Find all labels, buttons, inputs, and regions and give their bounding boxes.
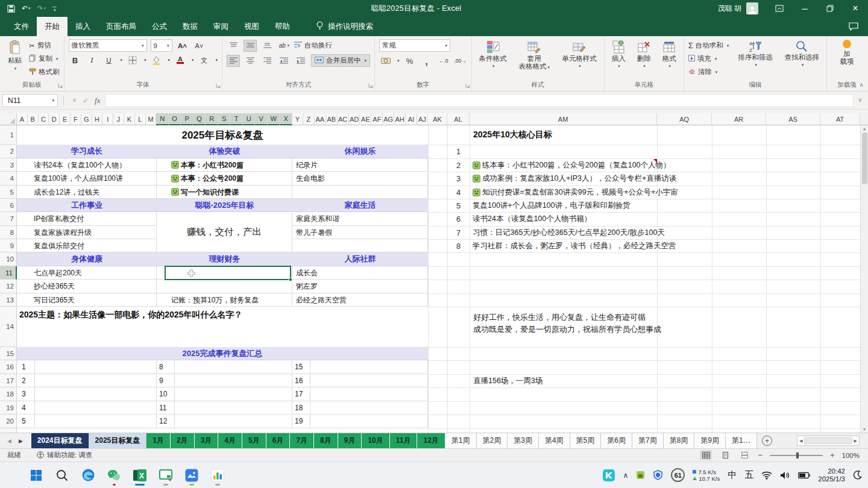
summary-empty-cell[interactable]	[175, 374, 292, 387]
merge-center-button[interactable]: 合并后居中▾	[311, 54, 370, 67]
sheet-tab-5[interactable]: 4月	[218, 433, 242, 448]
row-header-7[interactable]: 7	[0, 212, 17, 226]
sheet-tab-6[interactable]: 5月	[242, 433, 266, 448]
cancel-icon[interactable]: ×	[72, 96, 77, 105]
cell[interactable]: 复盘俱乐部交付	[17, 239, 157, 252]
goal-item[interactable]: 复盘100讲+个人品牌100讲，电子版和印刷验货	[473, 199, 631, 212]
summary-number-cell[interactable]: 5	[17, 414, 35, 428]
sort-filter-button[interactable]: AZ 排序和筛选▾	[735, 39, 776, 69]
number-format-select[interactable]: 常规▾	[379, 39, 450, 52]
save-icon[interactable]	[7, 5, 15, 13]
security-score-badge[interactable]: 61	[671, 468, 685, 482]
comments-icon[interactable]	[849, 22, 868, 31]
column-header-P[interactable]: P	[181, 113, 193, 125]
summary-empty-cell[interactable]	[310, 401, 428, 414]
column-header-E[interactable]: E	[60, 113, 71, 125]
tray-app-icon[interactable]	[602, 469, 615, 482]
column-header-AJ[interactable]: AJ	[417, 113, 429, 125]
cells-canvas[interactable]: 2025年目标&复盘学习成长体验突破休闲娱乐读书24本（复盘100个人物）本事：…	[17, 125, 860, 433]
restore-button[interactable]	[817, 0, 843, 17]
summary-number-cell[interactable]: 18	[292, 401, 310, 414]
align-center-icon[interactable]	[244, 55, 257, 67]
enter-icon[interactable]: ✓	[83, 96, 89, 105]
row-header-4[interactable]: 4	[0, 172, 17, 186]
cell[interactable]: 记账：预算10万，财务复盘	[157, 293, 292, 307]
summary-empty-cell[interactable]	[35, 387, 157, 401]
insert-function-icon[interactable]: fx	[95, 96, 100, 105]
summary-number-cell[interactable]: 15	[292, 360, 310, 374]
column-header-W[interactable]: W	[268, 113, 280, 125]
cell[interactable]: 写一个知识付费课	[157, 186, 292, 199]
summary-empty-cell[interactable]	[175, 387, 292, 401]
column-header-U[interactable]: U	[243, 113, 256, 125]
column-header-A[interactable]: A	[17, 113, 28, 125]
summary-empty-cell[interactable]	[35, 360, 157, 374]
summary-number-cell[interactable]: 11	[157, 401, 175, 414]
sheet-tab-9[interactable]: 8月	[314, 433, 338, 448]
row-header-14[interactable]: 14	[0, 307, 17, 347]
orientation-icon[interactable]: ab▾	[277, 40, 291, 52]
tab-review[interactable]: 审阅	[206, 17, 236, 36]
goal-item[interactable]: 练本事：小红书200篇，公众号200篇（复盘100个人物）	[473, 158, 671, 172]
sheet-tab-0[interactable]: 2024目标复盘	[31, 433, 89, 448]
increase-indent-icon[interactable]	[294, 55, 307, 67]
row-header-6[interactable]: 6	[0, 199, 17, 212]
sheet-tab-12[interactable]: 11月	[390, 433, 418, 448]
column-header-AR[interactable]: AR	[712, 113, 766, 125]
edge-browser-icon[interactable]	[80, 465, 96, 486]
fill-button[interactable]: 填充▾	[688, 52, 729, 65]
cell[interactable]: 带儿子暑假	[292, 226, 428, 239]
column-header-AH[interactable]: AH	[394, 113, 406, 125]
theme-row[interactable]: 2025主题：如果生活像一部电影，你的2025年叫什么名字？	[17, 307, 428, 347]
italic-button[interactable]: I	[86, 54, 99, 66]
summary-number-cell[interactable]: 10	[157, 387, 175, 401]
section-header[interactable]: 身体健康	[17, 252, 157, 266]
zoom-in-icon[interactable]: +	[830, 451, 835, 460]
column-header-R[interactable]: R	[206, 113, 218, 125]
clipboard-dialog-launcher[interactable]	[58, 82, 63, 89]
column-header-I[interactable]: I	[102, 113, 113, 125]
column-header-G[interactable]: G	[81, 113, 92, 125]
font-color-icon[interactable]: A	[174, 54, 187, 66]
column-header-AG[interactable]: AG	[383, 113, 394, 125]
sheet-tab-19[interactable]: 第6周	[601, 433, 632, 448]
align-left-icon[interactable]	[227, 55, 240, 67]
column-header-AK[interactable]: AK	[428, 113, 447, 125]
summary-empty-cell[interactable]	[175, 360, 292, 374]
sheet-nav-left-icon[interactable]: ◀	[7, 438, 11, 444]
alignment-dialog-launcher[interactable]	[368, 82, 373, 89]
notification-moon-icon[interactable]	[853, 471, 862, 480]
bold-button[interactable]: B	[69, 54, 82, 66]
goal-item[interactable]: 学习社群：成长会，粥左罗，读书（经典），必经之路天空营	[473, 239, 676, 252]
select-all-corner[interactable]	[0, 113, 17, 125]
hscroll-left-icon[interactable]: ◀	[799, 439, 802, 443]
column-header-Z[interactable]: Z	[303, 113, 315, 125]
column-header-AD[interactable]: AD	[349, 113, 360, 125]
sheet-tab-16[interactable]: 第3周	[508, 433, 539, 448]
start-button[interactable]	[28, 465, 45, 486]
column-header-AA[interactable]: AA	[315, 113, 326, 125]
goal-item[interactable]: 知识付费课=复盘创富30讲卖99元，视频号+公众号+小宇宙	[473, 186, 678, 199]
row-header-16[interactable]: 16	[0, 360, 17, 374]
zoom-out-icon[interactable]: −	[758, 451, 763, 460]
tab-file[interactable]: 文件	[6, 17, 37, 36]
ribbon-display-options-button[interactable]	[767, 0, 792, 17]
cell[interactable]: IP创富私教交付	[17, 212, 157, 226]
align-right-icon[interactable]	[260, 55, 274, 67]
section-header[interactable]: 人际社群	[292, 252, 428, 266]
row-header-2[interactable]: 2	[0, 145, 17, 158]
zoom-slider[interactable]	[770, 455, 823, 456]
insert-cells-button[interactable]: 插入▾	[609, 39, 629, 70]
column-header-S[interactable]: S	[218, 113, 231, 125]
find-select-button[interactable]: 查找和选择▾	[782, 39, 823, 69]
tab-help[interactable]: 帮助	[267, 17, 298, 36]
avatar[interactable]	[746, 2, 758, 14]
format-as-table-button[interactable]: 套用表格格式▾	[516, 39, 553, 72]
cell[interactable]: 必经之路天空营	[292, 293, 428, 307]
new-sheet-button[interactable]: +	[762, 436, 772, 446]
collapse-ribbon-icon[interactable]: ˄	[860, 82, 863, 89]
excel-taskbar-icon[interactable]: X	[131, 465, 148, 486]
decrease-indent-icon[interactable]	[277, 55, 291, 67]
font-dialog-launcher[interactable]	[216, 82, 221, 89]
name-box[interactable]: N11▾	[2, 94, 58, 107]
